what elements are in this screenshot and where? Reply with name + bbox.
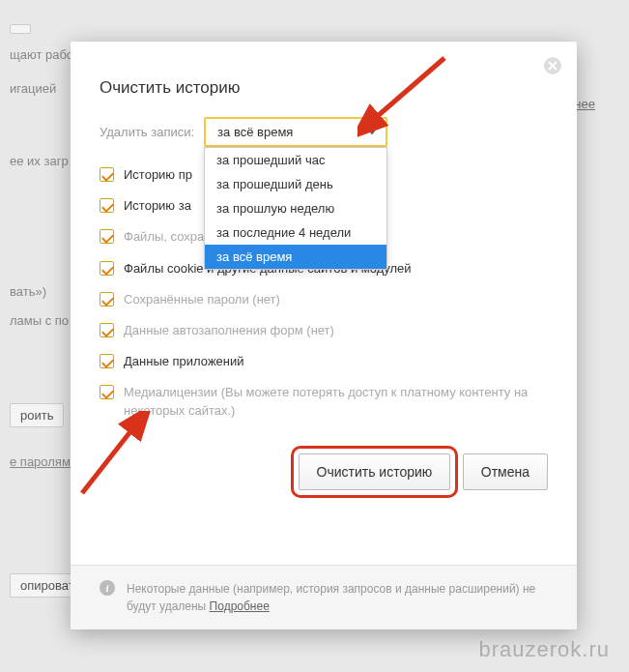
dropdown-option[interactable]: за прошлую неделю — [205, 196, 386, 220]
time-range-select[interactable]: за всё время — [204, 117, 387, 147]
dropdown-option[interactable]: за последние 4 недели — [205, 220, 386, 245]
dropdown-option[interactable]: за прошедший час — [205, 148, 386, 172]
time-range-select-wrap: за всё время за прошедший час за прошедш… — [204, 117, 387, 147]
dialog-title: Очистить историю — [71, 42, 577, 117]
close-icon[interactable] — [543, 56, 562, 75]
check-row-autofill: Данные автозаполнения форм (нет) — [100, 322, 548, 339]
dropdown-option[interactable]: за прошедший день — [205, 172, 386, 196]
checkbox[interactable] — [100, 229, 114, 244]
checkbox[interactable] — [100, 198, 114, 213]
check-label: Историю за — [124, 197, 191, 215]
footer-text: Некоторые данные (например, история запр… — [127, 580, 548, 615]
check-label: Сохранённые пароли (нет) — [124, 291, 280, 308]
cancel-button[interactable]: Отмена — [463, 453, 548, 490]
info-icon: i — [100, 580, 115, 596]
checkbox[interactable] — [100, 167, 114, 182]
watermark: brauzerok.ru — [478, 637, 610, 662]
check-label: Данные приложений — [124, 353, 244, 370]
clear-history-button[interactable]: Очистить историю — [299, 453, 451, 490]
time-range-row: Удалить записи: за всё время за прошедши… — [71, 117, 577, 147]
delete-label: Удалить записи: — [100, 125, 194, 139]
checkbox[interactable] — [100, 385, 114, 399]
checkbox[interactable] — [100, 354, 114, 368]
dropdown-option[interactable]: за всё время — [205, 245, 386, 269]
time-range-dropdown: за прошедший час за прошедший день за пр… — [204, 147, 387, 270]
clear-history-dialog: Очистить историю Удалить записи: за всё … — [71, 42, 577, 629]
check-row-passwords: Сохранённые пароли (нет) — [100, 291, 548, 308]
check-row-appdata: Данные приложений — [100, 353, 548, 370]
bg-button: роить — [10, 403, 64, 427]
dialog-actions: Очистить историю Отмена — [71, 439, 577, 505]
check-label: Медиалицензии (Вы можете потерять доступ… — [124, 384, 548, 419]
bg-link: нее — [574, 97, 595, 111]
dialog-footer: i Некоторые данные (например, история за… — [71, 565, 577, 629]
checkbox[interactable] — [100, 261, 114, 276]
check-label: Историю пр — [124, 166, 192, 184]
checkbox[interactable] — [100, 323, 114, 337]
check-row-media-licenses: Медиалицензии (Вы можете потерять доступ… — [100, 384, 548, 419]
checkbox[interactable] — [100, 292, 114, 307]
bg-button — [10, 24, 31, 34]
learn-more-link[interactable]: Подробнее — [210, 599, 270, 613]
check-label: Данные автозаполнения форм (нет) — [124, 322, 334, 339]
